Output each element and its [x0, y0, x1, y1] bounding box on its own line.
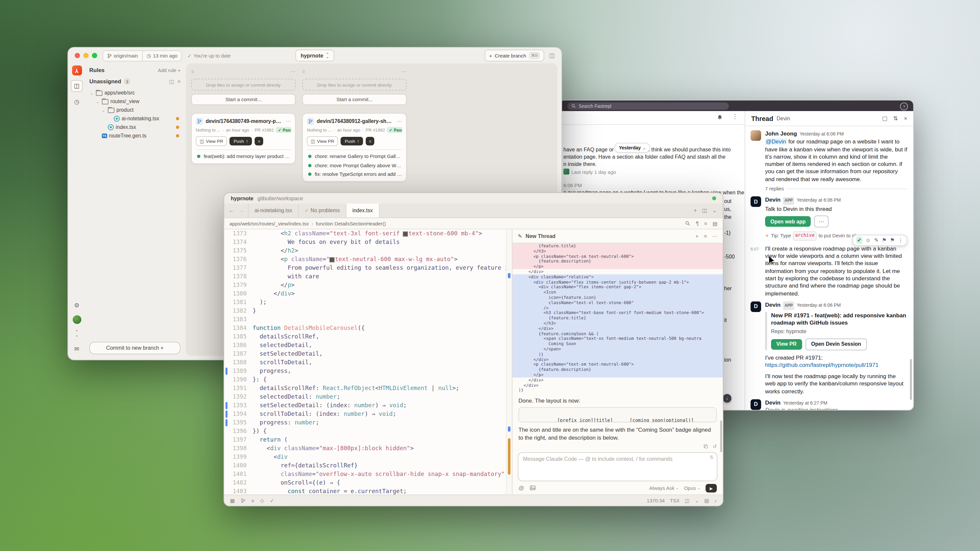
tab-index-tsx[interactable]: index.tsx [346, 203, 380, 218]
nav-back-icon[interactable]: ← [229, 208, 234, 214]
create-branch-button[interactable]: + Create branch ⌘B [484, 49, 544, 62]
date-divider-pill[interactable]: Yesterday⌄ [614, 143, 651, 153]
branch-name[interactable]: devin/1764380912-gallery-shortcuts [317, 118, 394, 124]
view-pr-button[interactable]: View PR [771, 339, 802, 349]
mention-context-icon[interactable]: @ [519, 484, 524, 491]
drag-handle-icon[interactable]: ⠿ [191, 69, 195, 74]
commit-row[interactable]: fix: resolve TypeScript errors and add r… [307, 170, 402, 179]
zoom-window-button[interactable] [92, 53, 97, 58]
branch-menu-icon[interactable]: ⋯ [286, 118, 291, 124]
channel-menu-icon[interactable]: ⋮ [732, 113, 738, 120]
code-line[interactable]: 1379 </p> [224, 281, 506, 289]
open-devin-session-button[interactable]: Open Devin Session [805, 338, 867, 350]
copilot-icon[interactable]: ◫ [685, 497, 690, 503]
settings-gear-icon[interactable]: ⚙ [72, 300, 82, 311]
push-button[interactable]: Push↑ [230, 137, 252, 145]
lane-menu-icon[interactable]: ⋯ [290, 68, 296, 75]
completed-check-icon[interactable]: ✔ [856, 237, 862, 244]
ci-status-badge[interactable]: ✓Passed [276, 127, 291, 133]
open-web-app-button[interactable]: Open web app [765, 216, 811, 227]
code-line[interactable]: 1391 detailsScrollRef: React.RefObject<H… [224, 384, 506, 393]
tree-item[interactable]: index.tsx [89, 123, 181, 132]
audio-icon[interactable]: ♪ [714, 497, 717, 503]
code-line[interactable]: 1401 className="overflow-x-auto scrollba… [224, 470, 506, 479]
view-pr-button[interactable]: ◫ View PR [307, 136, 338, 146]
editor-titlebar[interactable]: hyprnote gitbutler/workspace [224, 193, 723, 203]
pr-number[interactable]: PR #1981 [255, 128, 274, 132]
nav-forward-icon[interactable]: → [239, 208, 244, 214]
push-button[interactable]: Push↑ [341, 137, 363, 145]
code-editor[interactable]: 1373 <h2 className="text-3xl font-serif … [224, 229, 506, 494]
agent-panel-scrollbar[interactable] [720, 421, 722, 452]
timestamp[interactable]: Yesterday at 6:06 PM [797, 302, 841, 309]
code-line[interactable]: 1397 return ( [224, 436, 506, 444]
share-icon[interactable]: ⚑ [882, 237, 886, 244]
notifications-bell-icon[interactable] [717, 114, 723, 120]
mention-chip[interactable]: @Devin [765, 138, 787, 145]
attach-image-icon[interactable] [529, 485, 535, 491]
timestamp[interactable]: Yesterday at 6:06 PM [799, 130, 843, 138]
push-options-button[interactable]: ≡ [255, 137, 264, 145]
commit-row[interactable]: chore: move Prompt Gallery above Workflo… [307, 161, 402, 170]
pane-menu-icon[interactable]: ⌄ [713, 208, 717, 214]
code-line[interactable]: 1384function DetailsMobileCarousel({ [224, 324, 506, 332]
code-line[interactable]: 1375 </h2> [224, 246, 506, 255]
thread-scrollbar[interactable] [910, 359, 912, 400]
branch-menu-icon[interactable]: ⋯ [397, 118, 402, 124]
drop-zone[interactable]: Drop files to assign or commit directly [302, 79, 407, 91]
list-view-icon[interactable]: ◫ [169, 78, 174, 84]
permission-mode-select[interactable]: Always Ask⌄ [649, 485, 679, 491]
breadcrumb-path[interactable]: apps/web/src/routes/_view/index.tsx [229, 221, 309, 226]
collab-indicator[interactable] [712, 196, 716, 200]
sender-name[interactable]: Devin [765, 399, 781, 407]
toggle-panel-icon[interactable]: ◫ [549, 52, 555, 59]
drag-handle-icon[interactable]: ⠿ [302, 69, 306, 74]
code-line[interactable]: 1376 <p className="text-neutral-600 max-… [224, 255, 506, 264]
layout-icon[interactable]: ▤ [704, 497, 709, 503]
tab-ai-notetaking[interactable]: ai-notetaking.tsx [248, 203, 299, 218]
pr-number[interactable]: PR #1982 [366, 128, 385, 132]
copy-icon[interactable] [674, 411, 713, 422]
avatar[interactable] [751, 130, 761, 141]
code-line[interactable]: 1387 setSelectedDetail, [224, 350, 506, 358]
base-branch-chip[interactable]: origin/main ◷ 13 min ago [102, 50, 182, 61]
breadcrumb-symbol[interactable]: function DetailsSectionHeader() [316, 221, 386, 226]
wrap-icon[interactable]: ¶ [696, 221, 699, 226]
unassigned-heading[interactable]: Unassigned [89, 78, 121, 85]
code-line[interactable]: 1382} [224, 307, 506, 315]
panel-menu-icon[interactable]: ⋯ [712, 233, 718, 239]
slack-toolbar[interactable]: Search Fastrepl ? [560, 100, 913, 111]
collapse-icons[interactable]: ⌃⌄ [72, 329, 82, 339]
branch-name[interactable]: devin/1764380749-memory-page [206, 118, 283, 124]
user-avatar[interactable] [72, 315, 81, 324]
code-line[interactable]: 1389 progress, [224, 367, 506, 375]
outline-panel-icon[interactable]: ≡ [251, 497, 254, 503]
code-line[interactable]: 1394 scrollToDetail: (index: number) ⇒ v… [224, 410, 506, 418]
copy-response-icon[interactable] [703, 444, 708, 449]
code-line[interactable]: 1380 </div> [224, 289, 506, 298]
tree-item[interactable]: ⌄routes/_view [89, 97, 181, 106]
language-mode[interactable]: TSX [670, 497, 679, 503]
code-line[interactable]: 1402 onScroll={(e) ⇒ { [224, 479, 506, 487]
editor-scrollbar[interactable] [506, 229, 512, 494]
message-overflow-button[interactable]: ⋯ [815, 216, 829, 228]
code-line[interactable]: 1388 scrollToDetail, [224, 358, 506, 367]
workspace-view-button[interactable]: ◫ [71, 80, 83, 92]
cursor-position[interactable]: 1370:34 [647, 497, 665, 503]
close-window-button[interactable] [75, 53, 80, 58]
timestamp[interactable]: Yesterday at 6:27 PM [783, 399, 827, 407]
sender-name[interactable]: Devin [765, 302, 781, 309]
code-line[interactable]: 1378 with care [224, 272, 506, 281]
tree-item[interactable]: ⌄apps/web/src [89, 89, 181, 97]
thread-list-icon[interactable]: ≡ [704, 233, 707, 239]
model-select[interactable]: Opus⌄ [684, 485, 700, 491]
code-line[interactable]: 1400 ref={detailsScrollRef} [224, 461, 506, 470]
jump-to-latest-button[interactable]: ↓ [723, 394, 731, 403]
add-rule-button[interactable]: Add rule + [158, 67, 181, 73]
workspace-selector[interactable]: hyprnote ⌃⌄ [295, 49, 334, 62]
lane-menu-icon[interactable]: ⋯ [401, 68, 407, 75]
commit-row[interactable]: chore: rename Gallery to Prompt Gallery … [307, 152, 402, 161]
devin-avatar[interactable]: D [751, 197, 761, 207]
ci-status-badge[interactable]: ✓Passed [387, 127, 402, 133]
code-line[interactable]: 1390}: { [224, 375, 506, 384]
